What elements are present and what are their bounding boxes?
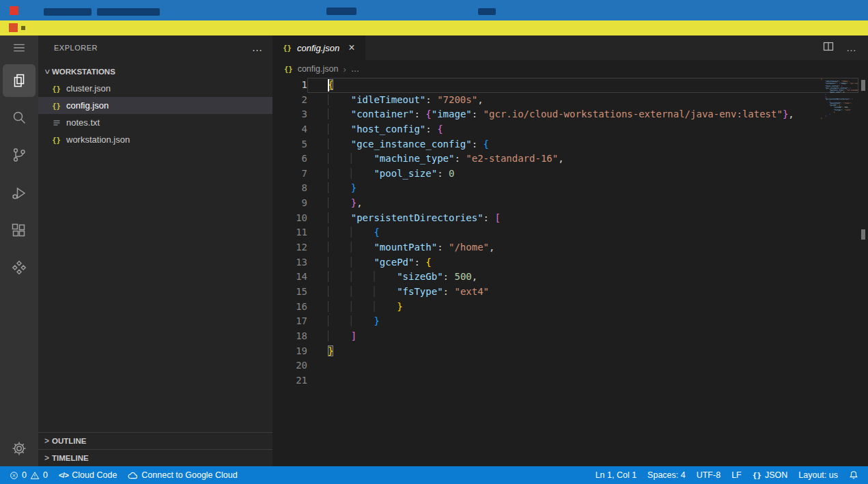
cursor-position-label: Ln 1, Col 1	[596, 470, 636, 480]
eol-setting[interactable]: LF	[726, 466, 747, 484]
code-token: 500	[454, 271, 471, 282]
cursor-position[interactable]: Ln 1, Col 1	[590, 466, 642, 484]
code-token	[328, 227, 374, 238]
line-number: 1	[272, 78, 307, 93]
line-number: 20	[272, 358, 307, 373]
line-number: 3	[272, 107, 307, 122]
code-line[interactable]: 2 "idleTimeout": "7200s",	[272, 93, 858, 108]
code-line[interactable]: 3 "container": {"image": "gcr.io/cloud-w…	[272, 107, 858, 122]
notifications-bell[interactable]	[843, 466, 864, 484]
encoding-setting[interactable]: UTF-8	[691, 466, 726, 484]
code-line[interactable]: 20	[272, 358, 858, 373]
code-line[interactable]: 14 "sizeGb": 500,	[272, 270, 858, 285]
code-token: {	[425, 109, 431, 119]
breadcrumb-file[interactable]: config.json	[298, 64, 339, 74]
code-token	[328, 330, 351, 341]
minimap-line	[820, 122, 858, 124]
chevron-down-icon: >	[42, 67, 52, 77]
code-editor[interactable]: 1{2 "idleTimeout": "7200s",3 "container"…	[272, 78, 868, 466]
code-token: "e2-standard-16"	[847, 89, 859, 91]
line-number: 5	[272, 137, 307, 152]
code-token: :	[472, 139, 484, 150]
run-debug-icon[interactable]	[3, 177, 36, 210]
split-editor-icon[interactable]	[823, 41, 834, 55]
code-token	[328, 315, 374, 326]
text-file-icon	[51, 119, 61, 127]
code-line[interactable]: 18 ]	[272, 329, 858, 344]
code-icon: </>	[59, 471, 68, 479]
code-token: "/home"	[843, 102, 851, 104]
code-line[interactable]: 1{	[272, 78, 858, 93]
file-row-notes-txt[interactable]: notes.txt	[38, 114, 272, 131]
activity-bar	[0, 35, 38, 466]
explorer-icon[interactable]	[3, 64, 36, 97]
section-workstations[interactable]: > WORKSTATIONS	[38, 63, 272, 80]
code-line[interactable]: 10 "persistentDirectories": [	[272, 211, 858, 226]
file-row-workstation-json[interactable]: {} workstation.json	[38, 131, 272, 148]
code-token: "ext4"	[844, 109, 850, 111]
cloud-code-icon[interactable]	[3, 251, 36, 284]
indentation-setting[interactable]: Spaces: 4	[642, 466, 691, 484]
code-token	[328, 124, 351, 134]
editor-more-actions-icon[interactable]: …	[846, 46, 857, 50]
code-line[interactable]: 17 }	[272, 314, 858, 329]
code-line[interactable]: 15 "fsType": "ext4"	[272, 285, 858, 300]
breadcrumb-separator-icon: ›	[343, 64, 346, 74]
window-icon	[10, 6, 18, 15]
code-token	[328, 168, 374, 179]
code-line[interactable]: 21	[272, 373, 858, 388]
title-bar	[0, 0, 868, 20]
code-token	[328, 257, 374, 268]
problems-indicator[interactable]: 0 0	[4, 466, 53, 484]
menu-icon[interactable]	[3, 35, 36, 60]
sidebar-bottom-sections: > OUTLINE > TIMELINE	[38, 432, 272, 466]
code-token: :	[454, 153, 466, 164]
settings-gear-icon[interactable]	[3, 432, 36, 465]
connect-google-cloud[interactable]: Connect to Google Cloud	[122, 466, 242, 484]
code-line[interactable]: 7 "pool_size": 0	[272, 167, 858, 182]
sidebar-title: EXPLORER	[54, 44, 98, 52]
redacted-block	[326, 8, 356, 15]
search-icon[interactable]	[3, 101, 36, 134]
language-mode[interactable]: {} JSON	[747, 466, 794, 484]
code-lines[interactable]: 1{2 "idleTimeout": "7200s",3 "container"…	[272, 78, 858, 388]
more-actions-icon[interactable]: …	[252, 45, 264, 51]
line-number: 12	[272, 240, 307, 255]
file-name: cluster.json	[66, 83, 111, 94]
tab-config-json[interactable]: {} config.json ×	[272, 35, 365, 60]
file-row-config-json[interactable]: {} config.json	[38, 97, 272, 114]
code-line[interactable]: 13 "gcePd": {	[272, 255, 858, 270]
bell-icon	[849, 470, 858, 480]
minimap[interactable]: { "idleTimeout": "7200s", "container": {…	[820, 79, 858, 124]
encoding-label: UTF-8	[697, 470, 720, 480]
code-token: ]	[351, 330, 356, 341]
extensions-icon[interactable]	[3, 214, 36, 247]
code-token: }	[834, 111, 835, 113]
code-line[interactable]: 11 {	[272, 225, 858, 240]
code-line[interactable]: 12 "mountPath": "/home",	[272, 240, 858, 255]
cloud-code-status[interactable]: </> Cloud Code	[53, 466, 122, 484]
code-token: 0	[449, 168, 454, 179]
source-control-icon[interactable]	[3, 139, 36, 171]
file-row-cluster-json[interactable]: {} cluster.json	[38, 80, 272, 97]
breadcrumb-ellipsis[interactable]: …	[351, 64, 360, 74]
explorer-sidebar: EXPLORER … > WORKSTATIONS {} cluster.jso…	[38, 35, 272, 466]
workbench: EXPLORER … > WORKSTATIONS {} cluster.jso…	[0, 35, 868, 466]
code-line[interactable]: 16 }	[272, 300, 858, 315]
code-token: }	[351, 197, 356, 208]
tab-bar: {} config.json × …	[272, 35, 868, 60]
section-outline[interactable]: > OUTLINE	[38, 432, 272, 449]
code-line[interactable]: 9 },	[272, 196, 858, 211]
section-timeline[interactable]: > TIMELINE	[38, 449, 272, 466]
redacted-block	[478, 8, 496, 15]
code-line[interactable]: 4 "host_config": {	[272, 122, 858, 137]
code-line[interactable]: 8 }	[272, 181, 858, 196]
code-token: }	[397, 301, 402, 312]
keyboard-layout[interactable]: Layout: us	[793, 466, 843, 484]
code-line[interactable]: 6 "machine_type": "e2-standard-16",	[272, 152, 858, 167]
code-line[interactable]: 5 "gce_instance_config": {	[272, 137, 858, 152]
close-tab-icon[interactable]: ×	[348, 42, 354, 53]
code-line[interactable]: 19}	[272, 344, 858, 359]
error-count: 0	[22, 470, 27, 480]
breadcrumb[interactable]: {} config.json › …	[272, 60, 868, 78]
